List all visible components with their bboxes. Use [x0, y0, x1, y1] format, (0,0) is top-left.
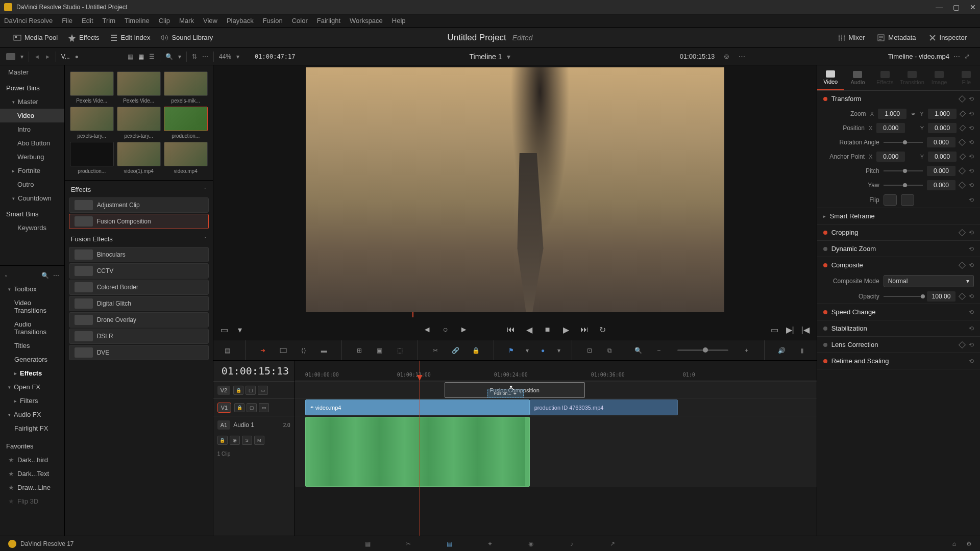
viewer-mode-icon[interactable]: ▭ [219, 324, 230, 335]
reset-icon[interactable]: ⟲ [969, 124, 974, 132]
opacity-input[interactable] [927, 291, 955, 302]
track-a1[interactable] [295, 416, 817, 487]
arm-icon[interactable]: ◉ [230, 436, 240, 445]
chevron-down-icon[interactable]: ▾ [20, 53, 23, 60]
clip-thumb[interactable]: pexels-tary... [70, 107, 114, 139]
fx-openfx[interactable]: ▾Open FX [0, 380, 64, 394]
link-tool[interactable]: 🔗 [450, 344, 462, 357]
rotation-input[interactable] [927, 137, 955, 147]
menu-fairlight[interactable]: Fairlight [317, 17, 340, 24]
zoom-slider[interactable] [677, 349, 728, 351]
edit-index-toggle[interactable]: Edit Index [105, 31, 156, 45]
reset-icon[interactable]: ⟲ [969, 196, 974, 204]
disable-icon[interactable]: ▭ [259, 403, 269, 412]
stop-button[interactable]: ■ [543, 324, 553, 335]
enable-dot[interactable] [823, 97, 827, 101]
fx-filters[interactable]: ▸Filters [0, 394, 64, 408]
clip-thumb[interactable]: Pexels Vide... [117, 71, 161, 104]
mixer-toggle[interactable]: Mixer [832, 31, 870, 45]
snap-tool[interactable]: ⊡ [583, 344, 596, 357]
track-head-v1[interactable]: V1 🔒 ▢ ▭ [213, 398, 295, 416]
fx-adjustment-clip[interactable]: Adjustment Clip [69, 197, 209, 213]
reset-icon[interactable]: ⟲ [969, 95, 974, 103]
fx-drone-overlay[interactable]: Drone Overlay [69, 312, 209, 328]
chevron-down-icon[interactable]: ▾ [178, 53, 181, 60]
fav-1[interactable]: ★Dark...hird [0, 453, 64, 467]
enable-dot[interactable] [823, 343, 827, 347]
chevron-down-icon[interactable]: ▾ [557, 347, 560, 354]
next-edit-button[interactable]: ► [459, 324, 469, 335]
auto-select-icon[interactable]: ▢ [246, 386, 256, 395]
bin-video[interactable]: Video [0, 109, 64, 122]
blade-tool[interactable]: ▬ [318, 344, 330, 357]
tab-video[interactable]: Video [817, 65, 844, 90]
view-filmstrip-icon[interactable]: ▦ [128, 53, 133, 60]
keyframe-icon[interactable] [959, 261, 966, 268]
keyframe-icon[interactable] [959, 167, 966, 174]
menu-clip[interactable]: Clip [159, 17, 170, 24]
section-cropping[interactable]: Cropping⟲ [817, 224, 980, 241]
enable-dot[interactable] [823, 310, 827, 314]
reset-icon[interactable]: ⟲ [969, 153, 974, 160]
bin-werbung[interactable]: Werbung [0, 150, 64, 164]
bin-master[interactable]: Master [0, 65, 64, 79]
bin-abo[interactable]: Abo Button [0, 136, 64, 150]
close-button[interactable]: ✕ [970, 3, 976, 11]
zoom-plus[interactable]: + [741, 344, 753, 357]
enable-dot[interactable] [823, 247, 827, 251]
fx-fusion-composition[interactable]: Fusion Composition [69, 214, 209, 229]
loop-button[interactable]: ↻ [598, 324, 608, 335]
fav-2[interactable]: ★Dark...Text [0, 467, 64, 481]
search-icon[interactable]: 🔍 [41, 272, 49, 279]
next-clip-icon[interactable]: ▶| [785, 324, 795, 335]
reset-icon[interactable]: ⟲ [969, 182, 974, 189]
menu-davinci[interactable]: DaVinci Resolve [4, 17, 53, 24]
disable-icon[interactable]: ▭ [258, 386, 268, 395]
reset-icon[interactable]: ⟲ [969, 167, 974, 174]
keyframe-icon[interactable] [959, 139, 966, 146]
nav-fwd[interactable]: ► [45, 54, 51, 60]
menu-fusion[interactable]: Fusion [263, 17, 283, 24]
audio-icon[interactable]: 🔊 [776, 344, 788, 357]
fx-fairlight[interactable]: Fairlight FX [0, 421, 64, 435]
insert-tool[interactable]: ⊞ [353, 344, 365, 357]
tab-image[interactable]: Image [926, 65, 953, 90]
clip-fusion-drag-ghost[interactable]: Fusion...+ [487, 389, 524, 398]
fx-generators[interactable]: Generators [0, 353, 64, 366]
mute-button[interactable]: M [254, 436, 264, 445]
clip-thumb[interactable]: pexels-mik... [164, 71, 208, 104]
chevron-up-icon[interactable]: ˄ [204, 187, 207, 192]
nav-back[interactable]: ◄ [34, 54, 40, 60]
clip-thumb[interactable]: Pexels Vide... [70, 71, 114, 104]
tab-file[interactable]: File [953, 65, 980, 90]
keyframe-icon[interactable] [960, 125, 966, 132]
menu-timeline[interactable]: Timeline [125, 17, 150, 24]
menu-view[interactable]: View [203, 17, 217, 24]
timeline-tracks[interactable]: 01:00:00:00 01:00:12:00 01:00:24:00 01:0… [295, 361, 817, 536]
zoom-percent[interactable]: 44% [219, 53, 231, 60]
timeline-playhead[interactable] [420, 361, 420, 536]
pitch-input[interactable] [927, 166, 955, 176]
fx-dve[interactable]: DVE [69, 345, 209, 360]
anchor-y-input[interactable] [928, 152, 957, 162]
maximize-button[interactable]: ▢ [953, 3, 960, 11]
clip-thumb[interactable]: video.mp4 [164, 142, 208, 174]
page-fusion[interactable]: ✦ [484, 539, 496, 549]
trim-tool[interactable] [277, 344, 289, 357]
settings-icon[interactable]: ⚙ [966, 540, 972, 547]
tab-effects[interactable]: Effects [871, 65, 898, 90]
keyframe-icon[interactable] [959, 341, 966, 348]
bin-pb-master[interactable]: ▾Master [0, 95, 64, 109]
razor-tool[interactable]: ✂ [429, 344, 442, 357]
bin-outro[interactable]: Outro [0, 178, 64, 191]
menu-edit[interactable]: Edit [82, 17, 93, 24]
page-fairlight[interactable]: ♪ [566, 539, 578, 549]
timeline-ruler[interactable]: 01:00:00:00 01:00:12:00 01:00:24:00 01:0… [295, 361, 817, 381]
keyframe-icon[interactable] [959, 95, 966, 102]
clip-thumb-selected[interactable]: production... [164, 107, 208, 139]
pitch-slider[interactable] [884, 170, 923, 171]
menu-trim[interactable]: Trim [103, 17, 116, 24]
fx-colored-border[interactable]: Colored Border [69, 280, 209, 295]
clip-thumb[interactable]: video(1).mp4 [117, 142, 161, 174]
prev-clip-icon[interactable]: |◀ [800, 324, 811, 335]
